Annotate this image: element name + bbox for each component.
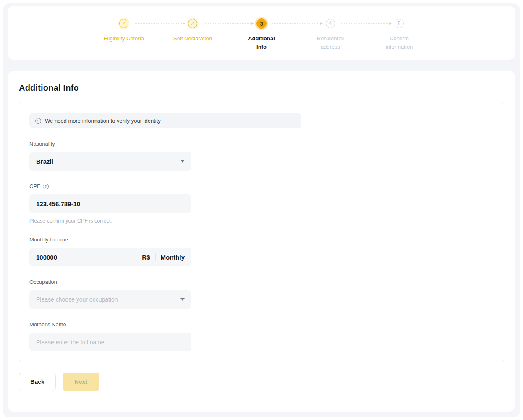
step-done-circle: ✓ — [188, 19, 197, 28]
identity-info-banner: ? We need more information to verify you… — [29, 113, 301, 128]
back-button[interactable]: Back — [19, 373, 56, 391]
occupation-select[interactable]: Please choose your occupation — [29, 290, 191, 309]
chevron-down-icon — [180, 160, 185, 163]
page-background: ✓ Eligibility Criteria ✓ Self Declaratio… — [3, 3, 520, 417]
mothers-name-label: Mother's Name — [29, 321, 66, 328]
banner-text: We need more information to verify your … — [45, 118, 161, 124]
cpf-input[interactable] — [29, 194, 191, 213]
mothers-name-field-group: Mother's Name — [29, 321, 191, 351]
monthly-income-field-group: Monthly Income R$ Monthly — [29, 236, 191, 266]
progress-stepper-card: ✓ Eligibility Criteria ✓ Self Declaratio… — [8, 6, 515, 60]
cpf-help-icon[interactable]: ? — [43, 184, 49, 189]
next-button[interactable]: Next — [63, 373, 99, 391]
cpf-label: CPF — [29, 183, 40, 189]
nationality-select[interactable]: Brazil — [29, 152, 191, 171]
currency-label: R$ — [142, 254, 150, 261]
suffix-divider — [155, 253, 156, 261]
step-upcoming-circle: 5 — [395, 19, 404, 28]
form-actions: Back Next — [19, 373, 504, 391]
occupation-placeholder: Please choose your occupation — [36, 296, 118, 303]
frequency-label: Monthly — [161, 254, 185, 261]
cpf-helper-text: Please confirm your CPF is correct. — [29, 218, 191, 224]
step-number: 4 — [329, 21, 332, 26]
additional-info-card: Additional Info ? We need more informati… — [8, 71, 515, 412]
stepper-step-additional-info: 3 Additional Info — [227, 18, 296, 51]
mothers-name-input[interactable] — [29, 333, 191, 351]
step-number: 3 — [260, 21, 263, 27]
cpf-field-group: CPF ? Please confirm your CPF is correct… — [29, 183, 191, 224]
nationality-field-group: Nationality Brazil — [29, 141, 191, 171]
step-label: Additional Info — [227, 34, 296, 51]
form-fieldset: ? We need more information to verify you… — [19, 102, 504, 362]
chevron-down-icon — [180, 298, 185, 301]
stepper-step-eligibility-criteria: ✓ Eligibility Criteria — [89, 18, 158, 51]
step-current-circle: 3 — [256, 18, 267, 29]
income-suffix: R$ Monthly — [142, 248, 185, 266]
step-label: Confirm information — [365, 34, 434, 51]
help-icon: ? — [35, 118, 41, 124]
stepper-step-self-declaration: ✓ Self Declaration — [158, 18, 227, 51]
monthly-income-label: Monthly Income — [29, 236, 68, 243]
kyc-progress-stepper: ✓ Eligibility Criteria ✓ Self Declaratio… — [89, 18, 434, 51]
step-upcoming-circle: 4 — [326, 19, 335, 28]
nationality-value: Brazil — [36, 158, 53, 165]
occupation-label: Occupation — [29, 279, 57, 285]
step-label: Residential address — [296, 34, 365, 51]
monthly-income-input-wrap: R$ Monthly — [29, 248, 191, 266]
step-label: Eligibility Criteria — [89, 34, 158, 43]
step-number: 5 — [398, 21, 401, 26]
occupation-field-group: Occupation Please choose your occupation — [29, 279, 191, 309]
check-icon: ✓ — [122, 21, 126, 26]
nationality-label: Nationality — [29, 141, 55, 147]
step-done-circle: ✓ — [119, 19, 128, 28]
stepper-step-residential-address: 4 Residential address — [296, 18, 365, 51]
stepper-step-confirm-information: 5 Confirm information — [365, 18, 434, 51]
check-icon: ✓ — [191, 21, 195, 26]
step-label: Self Declaration — [158, 34, 227, 43]
page-title: Additional Info — [19, 83, 504, 93]
